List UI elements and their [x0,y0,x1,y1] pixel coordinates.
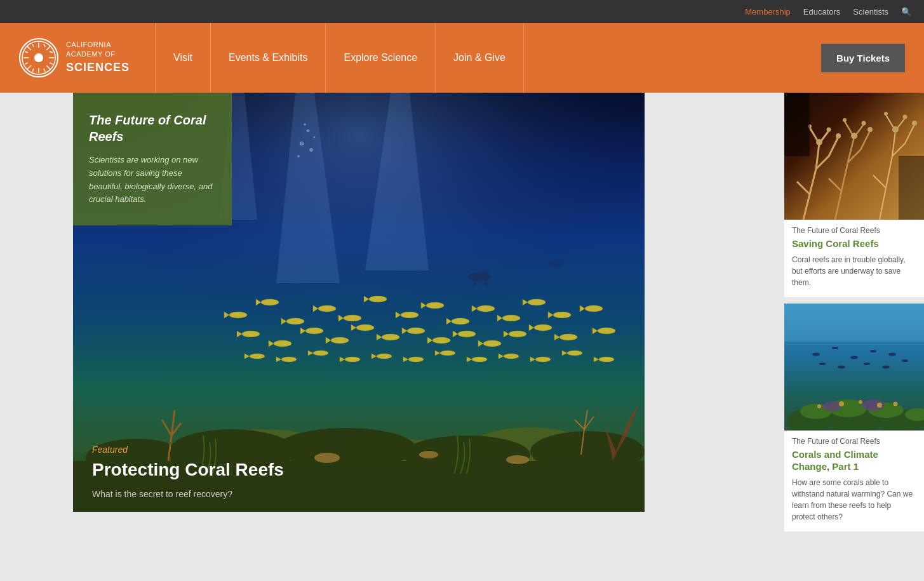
svg-point-57 [528,299,546,305]
svg-point-111 [567,351,582,356]
svg-point-81 [483,340,501,347]
svg-point-164 [859,400,862,404]
sidebar-label-1: The Future of Coral Reefs [792,226,916,235]
svg-point-150 [838,365,845,368]
svg-point-30 [481,271,488,277]
logo-text: CALIFORNIA ACADEMY OF SCIENCES [66,40,130,76]
svg-point-93 [281,357,297,362]
sidebar-card-1-body: The Future of Coral Reefs Saving Coral R… [784,220,924,297]
svg-point-124 [314,453,340,463]
logo-circle [19,38,58,77]
svg-line-7 [46,46,50,50]
svg-point-35 [229,312,247,318]
sidebar-card-1[interactable]: The Future of Coral Reefs Saving Coral R… [784,93,924,297]
svg-point-126 [506,455,529,464]
svg-point-133 [867,127,873,132]
svg-point-65 [274,340,291,347]
svg-point-148 [888,352,896,356]
scientists-link[interactable]: Scientists [853,7,888,17]
sidebar-desc-1: Coral reefs are in trouble globally, but… [792,254,916,288]
svg-point-152 [882,365,890,368]
svg-rect-32 [485,279,487,286]
svg-point-28 [314,137,315,138]
sidebar-card-2-image [784,304,924,431]
sidebar-title-1: Saving Coral Reefs [792,237,916,250]
buy-tickets-button[interactable]: Buy Tickets [821,44,905,72]
sidebar-card-2[interactable]: The Future of Coral Reefs Corals and Cli… [784,304,924,531]
svg-point-51 [452,318,469,324]
svg-point-75 [407,328,425,334]
svg-point-83 [509,331,526,337]
hero-overlay-box[interactable]: The Future of Coral Reefs Scientists are… [73,93,232,225]
svg-point-103 [440,351,455,356]
svg-line-16 [44,44,45,47]
svg-point-43 [344,315,361,321]
svg-line-13 [25,63,28,64]
svg-point-55 [502,315,520,321]
svg-rect-140 [784,93,810,156]
hero-subtitle: What is the secret to reef recovery? [92,489,232,499]
svg-point-151 [864,363,870,365]
svg-point-61 [585,305,603,312]
svg-rect-141 [899,156,924,220]
svg-point-53 [477,305,495,312]
svg-point-153 [902,359,908,362]
svg-point-145 [832,347,838,349]
svg-point-146 [850,356,858,359]
svg-point-26 [310,149,313,152]
logo[interactable]: CALIFORNIA ACADEMY OF SCIENCES [19,38,130,77]
main-content: The Future of Coral Reefs Scientists are… [0,93,784,538]
nav-events[interactable]: Events & Exhibits [211,23,326,93]
svg-point-67 [305,328,323,334]
sidebar-card-1-image [784,93,924,220]
svg-point-39 [286,318,304,324]
svg-line-5 [27,46,31,50]
svg-point-89 [598,328,615,334]
coral-image [784,93,924,220]
svg-point-25 [298,156,300,157]
svg-point-27 [304,124,306,126]
search-icon[interactable]: 🔍 [901,7,911,17]
svg-point-73 [382,334,399,340]
svg-line-10 [44,69,45,72]
sidebar-label-2: The Future of Coral Reefs [792,437,916,446]
svg-line-14 [50,51,53,53]
logo-svg [21,40,57,76]
svg-point-129 [836,133,841,138]
coral-svg [784,93,924,220]
svg-point-121 [276,428,416,469]
svg-point-63 [242,331,260,337]
hero-container: The Future of Coral Reefs Scientists are… [73,93,784,512]
svg-point-167 [894,401,898,406]
svg-point-144 [812,352,820,356]
educators-link[interactable]: Educators [803,7,841,17]
hero-title: Protecting Coral Reefs [92,460,284,480]
svg-line-11 [25,51,28,53]
svg-point-91 [250,354,265,359]
nav-join[interactable]: Join & Give [436,23,524,93]
svg-point-135 [843,118,847,122]
svg-point-136 [892,126,899,133]
svg-point-77 [432,337,450,344]
nav-explore[interactable]: Explore Science [326,23,436,93]
svg-point-17 [34,53,43,62]
svg-point-109 [535,357,551,362]
svg-point-99 [377,354,392,359]
svg-point-79 [458,331,476,337]
svg-point-69 [331,337,349,344]
ocean-svg [784,304,924,431]
membership-link[interactable]: Membership [745,7,791,17]
svg-point-37 [261,299,279,305]
svg-line-6 [46,65,50,69]
overlay-title: The Future of Coral Reefs [89,112,216,145]
svg-point-161 [822,401,841,411]
content-area: The Future of Coral Reefs Scientists are… [0,93,924,538]
svg-line-15 [32,69,34,72]
ocean-image [784,304,924,431]
svg-point-47 [401,312,418,318]
svg-point-71 [356,324,374,331]
svg-point-97 [345,357,360,362]
svg-point-138 [903,115,907,119]
nav-visit[interactable]: Visit [155,23,211,93]
svg-point-125 [419,451,438,458]
